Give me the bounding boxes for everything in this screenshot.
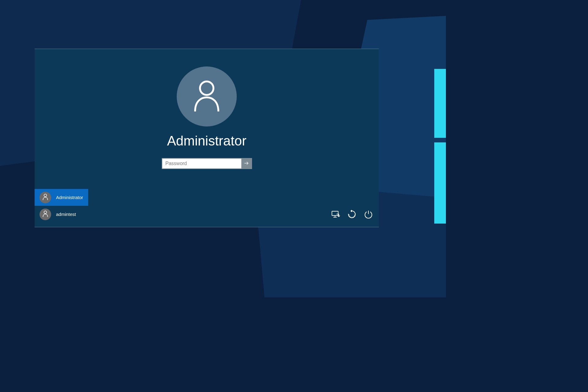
power-icon (364, 210, 373, 220)
svg-point-2 (44, 194, 47, 197)
login-panel: Administrator Administrator (35, 49, 379, 227)
selected-user-name: Administrator (35, 133, 379, 149)
ease-of-access-button[interactable] (347, 210, 357, 220)
arrow-right-icon (244, 160, 249, 167)
user-icon (42, 194, 48, 202)
user-list: Administrator admintest (35, 189, 88, 223)
avatar (177, 66, 237, 126)
power-button[interactable] (364, 210, 373, 220)
password-input[interactable] (162, 159, 241, 168)
network-button[interactable] (330, 210, 340, 220)
user-item-label: Administrator (56, 195, 83, 200)
svg-point-3 (44, 211, 47, 213)
user-item-administrator[interactable]: Administrator (35, 189, 88, 206)
user-item-label: admintest (56, 212, 76, 217)
svg-rect-4 (332, 211, 338, 215)
ease-of-access-icon (347, 210, 356, 220)
user-icon (42, 210, 48, 218)
system-controls (330, 210, 373, 220)
submit-button[interactable] (241, 159, 251, 168)
user-icon (191, 79, 222, 114)
password-group (162, 158, 252, 169)
svg-point-0 (200, 81, 213, 95)
avatar-small (40, 192, 51, 203)
user-item-admintest[interactable]: admintest (35, 206, 88, 223)
avatar-small (40, 209, 51, 220)
network-icon (331, 210, 340, 220)
